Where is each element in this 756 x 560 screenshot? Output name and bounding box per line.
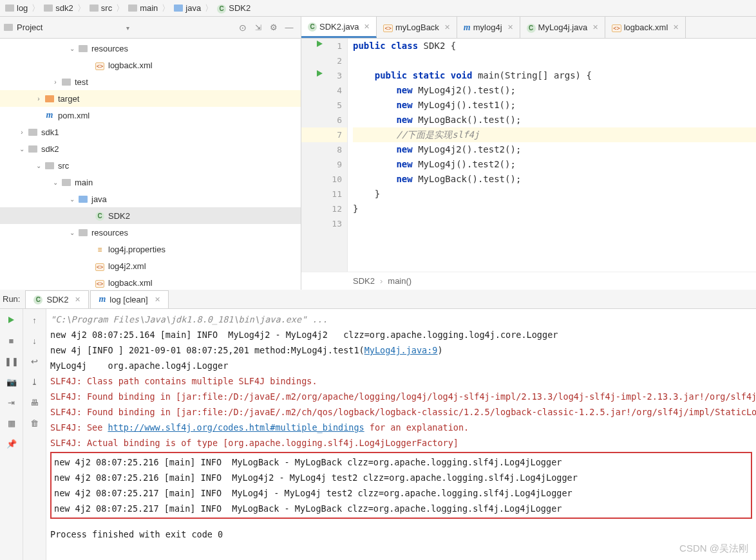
locate-button[interactable]: [235, 20, 250, 35]
code-line[interactable]: public static void main(String[] args) {: [353, 68, 756, 83]
code-line[interactable]: public class SDK2 {: [353, 39, 756, 53]
breadcrumb-item[interactable]: SDK2: [214, 3, 253, 14]
tree-item[interactable]: log4j.properties: [0, 241, 301, 257]
tree-item[interactable]: ⌄java: [0, 191, 301, 207]
tree-item[interactable]: ›test: [0, 73, 301, 90]
breadcrumb-item[interactable]: src: [87, 3, 115, 13]
bc-class[interactable]: SDK2: [353, 276, 375, 286]
close-icon[interactable]: ✕: [75, 295, 80, 304]
line-number[interactable]: 10: [301, 172, 347, 187]
code-editor[interactable]: public class SDK2 { public static void m…: [348, 39, 756, 272]
tree-expand-icon[interactable]: ⌄: [17, 145, 27, 153]
tree-item[interactable]: ›sdk1: [0, 124, 301, 140]
project-dropdown-icon[interactable]: [122, 23, 129, 32]
line-number[interactable]: 7: [301, 127, 347, 142]
exit-button[interactable]: ⇥: [5, 395, 19, 409]
run-gutter-icon[interactable]: [317, 41, 323, 47]
code-line[interactable]: }: [353, 187, 756, 201]
project-icon: [4, 23, 13, 32]
tree-item[interactable]: ⌄src: [0, 157, 301, 174]
code-line[interactable]: new MyLogBack().test();: [353, 113, 756, 127]
tree-expand-icon[interactable]: ⌄: [33, 162, 44, 169]
tree-expand-icon[interactable]: ⌄: [67, 45, 77, 52]
close-icon[interactable]: ✕: [155, 295, 160, 304]
line-number[interactable]: 1: [301, 39, 347, 53]
line-number[interactable]: 13: [301, 216, 347, 231]
code-line[interactable]: //下面是实现slf4j: [353, 127, 756, 142]
tree-expand-icon[interactable]: ›: [50, 79, 61, 86]
run-tab[interactable]: log [clean]✕: [90, 290, 168, 308]
print-button[interactable]: 🖶: [28, 395, 42, 409]
tree-item[interactable]: ⌄resources: [0, 40, 301, 57]
code-line[interactable]: new MyLog4j2().test();: [353, 83, 756, 98]
tree-expand-icon[interactable]: ›: [33, 95, 44, 102]
editor-tab[interactable]: SDK2.java✕: [301, 17, 377, 38]
rerun-button[interactable]: [5, 313, 19, 327]
down-button[interactable]: ↓: [28, 333, 42, 348]
line-number[interactable]: 4: [301, 83, 347, 98]
stop-button[interactable]: ■: [5, 333, 19, 348]
tree-expand-icon[interactable]: ⌄: [67, 229, 77, 236]
console-output[interactable]: "C:\Program Files\Java\jdk1.8.0_181\bin\…: [46, 309, 756, 560]
breadcrumb-item[interactable]: main: [126, 3, 160, 13]
tree-item[interactable]: pom.xml: [0, 107, 301, 124]
editor-tab[interactable]: myLogBack✕: [377, 17, 457, 38]
run-gutter-icon[interactable]: [317, 70, 323, 77]
settings-button[interactable]: [266, 20, 281, 35]
line-number[interactable]: 12: [301, 201, 347, 216]
editor-tab[interactable]: mylog4j✕: [457, 17, 520, 38]
collapse-button[interactable]: [250, 20, 266, 35]
scroll-button[interactable]: ⤓: [28, 375, 42, 389]
tree-label: logback.xml: [108, 278, 153, 288]
close-icon[interactable]: ✕: [507, 23, 513, 32]
bc-method[interactable]: main(): [388, 276, 411, 286]
code-line[interactable]: new MyLog4j().test2();: [353, 157, 756, 172]
tree-expand-icon[interactable]: ⌄: [50, 179, 61, 186]
softwrap-button[interactable]: ↩: [28, 354, 42, 368]
tree-label: SDK2: [108, 211, 130, 221]
line-number[interactable]: 3: [301, 68, 347, 83]
tree-item[interactable]: log4j2.xml: [0, 257, 301, 274]
layout-button[interactable]: ▦: [5, 416, 19, 430]
code-line[interactable]: }: [353, 201, 756, 216]
tree-item[interactable]: logback.xml: [0, 57, 301, 73]
close-icon[interactable]: ✕: [444, 23, 450, 32]
code-line[interactable]: [353, 216, 756, 231]
breadcrumb-item[interactable]: java: [171, 3, 203, 13]
code-line[interactable]: new MyLogBack().test();: [353, 172, 756, 187]
close-icon[interactable]: ✕: [364, 23, 370, 31]
code-line[interactable]: new MyLog4j().test1();: [353, 98, 756, 113]
hide-button[interactable]: [281, 20, 297, 35]
clear-button[interactable]: 🗑: [28, 416, 42, 430]
run-tab[interactable]: SDK2✕: [25, 290, 89, 308]
code-line[interactable]: [353, 53, 756, 68]
project-tree[interactable]: ⌄resourceslogback.xml›test›targetpom.xml…: [0, 39, 301, 290]
editor-tab[interactable]: MyLog4j.java✕: [520, 17, 606, 38]
line-number[interactable]: 6: [301, 113, 347, 127]
editor-breadcrumb[interactable]: SDK2 › main(): [301, 272, 756, 290]
dump-button[interactable]: 📷: [5, 375, 19, 389]
line-number[interactable]: 5: [301, 98, 347, 113]
line-number[interactable]: 11: [301, 187, 347, 201]
up-button[interactable]: ↑: [28, 313, 42, 327]
breadcrumb-item[interactable]: sdk2: [41, 3, 75, 13]
tree-item[interactable]: ›target: [0, 90, 301, 107]
line-number[interactable]: 9: [301, 157, 347, 172]
pause-button[interactable]: ❚❚: [5, 354, 19, 368]
line-number[interactable]: 8: [301, 142, 347, 157]
close-icon[interactable]: ✕: [592, 23, 598, 32]
tree-item[interactable]: logback.xml: [0, 274, 301, 290]
tree-expand-icon[interactable]: ⌄: [67, 196, 77, 203]
pin-button[interactable]: 📌: [5, 436, 19, 451]
tree-expand-icon[interactable]: ›: [17, 129, 27, 136]
line-number[interactable]: 2: [301, 53, 347, 68]
close-icon[interactable]: ✕: [673, 23, 679, 32]
tree-item[interactable]: ⌄resources: [0, 224, 301, 241]
editor-tab[interactable]: logback.xml✕: [605, 17, 686, 38]
mvn-icon: [99, 294, 106, 304]
code-line[interactable]: new MyLog4j2().test2();: [353, 142, 756, 157]
breadcrumb-item[interactable]: log: [3, 3, 30, 13]
tree-item[interactable]: ⌄sdk2: [0, 140, 301, 157]
tree-item[interactable]: ⌄main: [0, 174, 301, 191]
tree-item[interactable]: SDK2: [0, 207, 301, 224]
